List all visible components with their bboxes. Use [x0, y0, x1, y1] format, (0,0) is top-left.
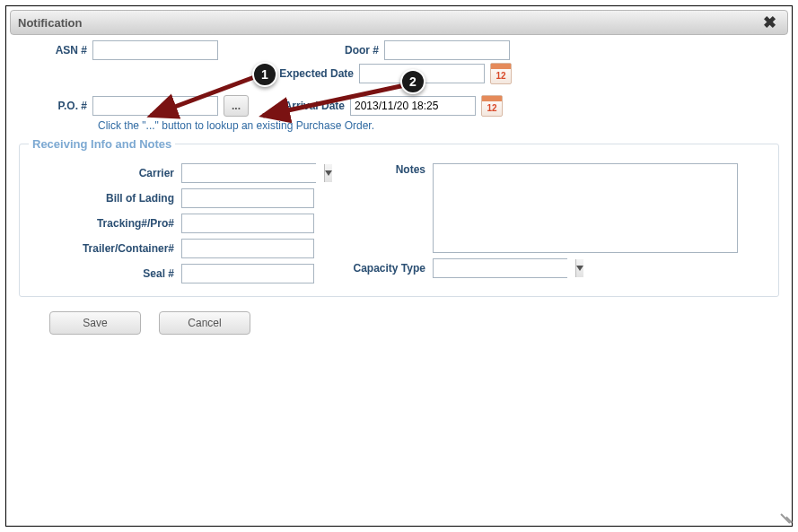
arrival-date-label: Arrival Date — [249, 100, 350, 112]
svg-marker-0 — [325, 170, 332, 176]
trailer-input[interactable] — [181, 239, 314, 258]
notification-dialog: Notification ✖ ASN # Door # Expected Dat… — [10, 10, 788, 344]
save-button[interactable]: Save — [49, 311, 141, 335]
field-seal: Seal # — [29, 264, 316, 283]
bol-input[interactable] — [181, 188, 314, 208]
dialog-title: Notification — [18, 16, 83, 30]
carrier-input[interactable] — [182, 164, 324, 182]
resize-handle-icon[interactable] — [776, 510, 788, 522]
po-lookup-button[interactable]: ... — [224, 95, 249, 117]
seal-input[interactable] — [181, 264, 314, 283]
row-expected: Expected Date 12 — [19, 63, 779, 84]
field-trailer: Trailer/Container# — [29, 239, 316, 258]
arrival-date-input[interactable] — [350, 96, 476, 116]
calendar-icon[interactable]: 12 — [490, 63, 512, 84]
asn-label: ASN # — [19, 44, 92, 57]
right-column: Notes Capacity Type — [343, 163, 738, 283]
asn-input[interactable] — [92, 40, 218, 60]
receiving-info-section: Receiving Info and Notes Carrier — [19, 137, 779, 297]
field-capacity: Capacity Type — [343, 258, 738, 278]
field-carrier: Carrier — [29, 163, 316, 183]
notes-textarea[interactable] — [433, 163, 738, 253]
chevron-down-icon[interactable] — [324, 164, 332, 182]
carrier-combo[interactable] — [181, 163, 316, 183]
notes-label: Notes — [343, 163, 433, 176]
row-po-arrival: P.O. # ... Arrival Date 12 — [19, 95, 779, 117]
capacity-input[interactable] — [434, 259, 575, 277]
row-asn-door: ASN # Door # — [19, 40, 779, 60]
field-bol: Bill of Lading — [29, 188, 316, 208]
annotation-badge-1: 1 — [252, 62, 277, 87]
button-row: Save Cancel — [49, 311, 779, 335]
field-tracking: Tracking#/Pro# — [29, 214, 316, 233]
expected-date-label: Expected Date — [218, 67, 359, 80]
chevron-down-icon[interactable] — [575, 259, 583, 277]
seal-label: Seal # — [29, 267, 181, 280]
po-input[interactable] — [92, 96, 218, 116]
po-lookup-hint: Click the "..." button to lookup an exis… — [98, 119, 779, 132]
dialog-content: ASN # Door # Expected Date 12 P.O. # ...… — [10, 35, 788, 344]
door-label: Door # — [281, 44, 384, 57]
annotation-badge-2: 2 — [400, 69, 425, 94]
po-label: P.O. # — [19, 100, 92, 112]
close-icon[interactable]: ✖ — [759, 14, 780, 31]
capacity-combo[interactable] — [433, 258, 567, 278]
section-legend: Receiving Info and Notes — [29, 137, 175, 151]
tracking-input[interactable] — [181, 214, 314, 233]
tracking-label: Tracking#/Pro# — [29, 217, 181, 230]
left-column: Carrier Bill of Lading — [29, 163, 316, 283]
svg-marker-1 — [576, 266, 583, 271]
cancel-button[interactable]: Cancel — [159, 311, 250, 335]
window-frame: Notification ✖ ASN # Door # Expected Dat… — [5, 5, 793, 527]
section-columns: Carrier Bill of Lading — [29, 163, 769, 283]
calendar-icon[interactable]: 12 — [481, 95, 503, 117]
bol-label: Bill of Lading — [29, 192, 181, 205]
capacity-label: Capacity Type — [343, 262, 433, 275]
titlebar: Notification ✖ — [10, 10, 788, 35]
field-notes: Notes — [343, 163, 738, 253]
trailer-label: Trailer/Container# — [29, 242, 181, 255]
door-input[interactable] — [384, 40, 510, 60]
carrier-label: Carrier — [29, 167, 181, 179]
